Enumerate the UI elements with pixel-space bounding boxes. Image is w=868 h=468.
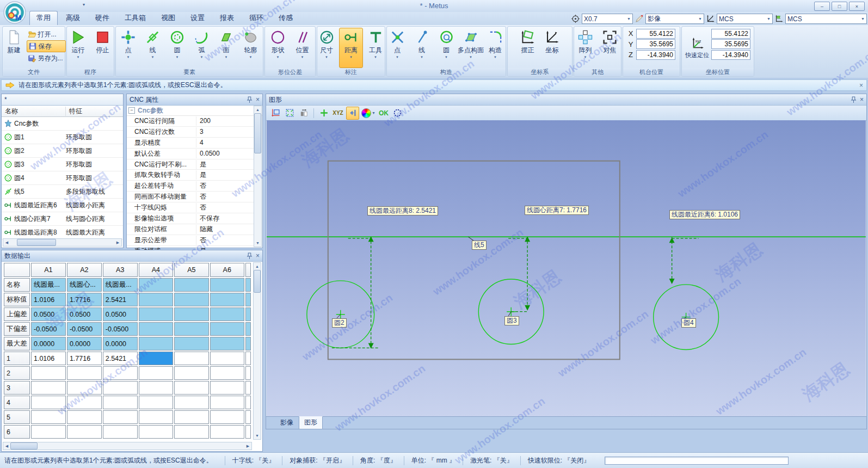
距离-button[interactable]: 距离▼	[339, 28, 363, 68]
table-cell[interactable]	[210, 410, 244, 424]
点-button[interactable]: 点▼	[385, 28, 409, 68]
table-cell[interactable]	[67, 425, 102, 439]
table-cell[interactable]: 2.5421	[103, 352, 138, 365]
table-cell[interactable]	[31, 410, 66, 424]
table-cell[interactable]: 0.0000	[31, 337, 66, 350]
table-cell[interactable]	[31, 396, 66, 409]
table-cell[interactable]	[174, 322, 208, 336]
pin-icon[interactable]	[851, 96, 857, 103]
column-header-A4[interactable]: A4	[139, 263, 173, 277]
table-cell[interactable]	[245, 307, 251, 321]
coordinate-system2-select[interactable]: MCS▼	[785, 14, 867, 24]
table-cell[interactable]	[31, 366, 66, 380]
cnc-parameter-row[interactable]: 默认公差0.0500	[127, 149, 254, 159]
cnc-parameter-row[interactable]: 同画面不移动测量否	[127, 192, 254, 202]
cnc-parameter-row[interactable]: 超公差转手动否	[127, 181, 254, 192]
table-cell[interactable]	[245, 278, 251, 292]
table-cell[interactable]	[103, 381, 138, 395]
线-button[interactable]: 线▼	[410, 28, 434, 68]
table-cell[interactable]	[139, 425, 173, 439]
cnc-parameter-row[interactable]: 限位对话框隐藏	[127, 224, 254, 235]
table-cell[interactable]	[174, 337, 208, 350]
cnc-panel-vscrollbar[interactable]: ▲▼	[254, 106, 262, 247]
table-cell[interactable]	[139, 396, 173, 409]
table-cell[interactable]	[245, 322, 251, 336]
part-boundary-rect[interactable]	[328, 161, 620, 360]
app-logo-icon[interactable]: M	[3, 1, 26, 24]
table-cell[interactable]	[210, 366, 244, 380]
row-label-6[interactable]: 6	[4, 425, 30, 439]
运行-button[interactable]: 运行▼	[66, 28, 90, 68]
table-cell[interactable]	[67, 396, 102, 409]
collapse-icon[interactable]: −	[128, 107, 135, 114]
row-label-1[interactable]: 1	[4, 352, 30, 365]
measure-label-dist6[interactable]: 线圆最近距离6: 1.0106	[669, 210, 740, 219]
形状-button[interactable]: 形状▼	[266, 28, 290, 68]
轮廓-button[interactable]: 轮廓▼	[239, 28, 263, 68]
table-cell[interactable]	[245, 425, 251, 439]
table-cell[interactable]	[210, 425, 244, 439]
ribbon-tab-高级[interactable]: 高级	[59, 11, 87, 25]
table-cell[interactable]: 线圆最...	[31, 278, 66, 292]
table-cell[interactable]	[139, 381, 173, 395]
ribbon-tab-报表[interactable]: 报表	[213, 11, 241, 25]
table-cell[interactable]	[67, 366, 102, 380]
cnc-parameter-row[interactable]: 显示精度4	[127, 138, 254, 149]
table-cell[interactable]	[31, 381, 66, 395]
close-panel-icon[interactable]: ×	[256, 252, 260, 260]
data-output-hscrollbar[interactable]: ◀▶	[3, 442, 252, 450]
table-cell[interactable]	[174, 396, 208, 409]
table-cell[interactable]	[103, 410, 138, 424]
coord-position-value-3[interactable]: -14.3940	[711, 50, 750, 60]
ribbon-tab-循环[interactable]: 循环	[242, 11, 270, 25]
column-header-A1[interactable]: A1	[31, 263, 66, 277]
table-cell[interactable]	[67, 381, 102, 395]
table-cell[interactable]	[103, 425, 138, 439]
table-cell[interactable]	[174, 278, 208, 292]
点-button[interactable]: 点▼	[116, 28, 140, 68]
table-cell[interactable]	[103, 396, 138, 409]
table-cell[interactable]	[210, 381, 244, 395]
element-row-线圆心距离7[interactable]: 线圆心距离7线与圆心距离	[2, 212, 123, 226]
另存为...-button[interactable]: 另存为...	[27, 53, 66, 64]
cnc-parameter-row[interactable]: 显示公差带否	[127, 235, 254, 246]
row-label-2[interactable]: 2	[4, 366, 30, 380]
table-cell[interactable]: -0.0500	[67, 322, 102, 336]
table-cell[interactable]: 0.0000	[67, 337, 102, 350]
machine-z-value[interactable]: -14.3940	[636, 50, 675, 60]
ribbon-tab-设置[interactable]: 设置	[183, 11, 212, 25]
打开...-button[interactable]: 打开...	[27, 29, 66, 40]
停止-button[interactable]: 停止	[91, 28, 115, 68]
table-cell[interactable]	[245, 352, 251, 365]
row-label-3[interactable]: 3	[4, 381, 30, 395]
面-button[interactable]: 面▼	[214, 28, 238, 68]
circle-tool-icon[interactable]	[392, 107, 404, 119]
圆-button[interactable]: 圆▼	[434, 28, 458, 68]
element-list-hscrollbar[interactable]: ◀▶	[3, 238, 122, 247]
column-feature[interactable]: 特征	[66, 107, 82, 116]
table-cell[interactable]: 0.0500	[31, 307, 66, 321]
table-cell[interactable]: 0.0000	[103, 337, 138, 350]
measure-label-dist8[interactable]: 线圆最远距离8: 2.5421	[367, 206, 438, 215]
coord-position-value-2[interactable]: 35.5695	[711, 39, 750, 49]
flip-view-icon[interactable]	[298, 107, 310, 119]
table-cell[interactable]	[139, 293, 173, 306]
多点构面-button[interactable]: 多点构面▼	[459, 28, 483, 68]
table-cell[interactable]	[174, 366, 208, 380]
cnc-parameter-row[interactable]: CNC运行间隔200	[127, 116, 254, 127]
table-cell[interactable]: 线圆最...	[103, 278, 138, 292]
coord-position-value-1[interactable]: 55.4122	[711, 29, 750, 39]
quick-access-dropdown-icon[interactable]: ▾	[83, 2, 85, 7]
display-mode-select[interactable]: 影像▼	[645, 14, 704, 24]
pin-icon[interactable]	[247, 253, 253, 260]
element-row-线圆最近距离6[interactable]: 线圆最近距离6线圆最小距离	[2, 199, 123, 212]
table-cell[interactable]: -0.0500	[31, 322, 66, 336]
table-cell[interactable]	[210, 352, 244, 365]
table-cell[interactable]: 1.7716	[67, 293, 102, 306]
ok-button[interactable]: OK	[378, 107, 390, 119]
圆-button[interactable]: 圆▼	[165, 28, 189, 68]
table-cell[interactable]: -0.0500	[103, 322, 138, 336]
ribbon-tab-传感[interactable]: 传感	[272, 11, 300, 25]
坐标-button[interactable]: 坐标	[540, 28, 564, 68]
close-button[interactable]: ×	[849, 2, 865, 11]
